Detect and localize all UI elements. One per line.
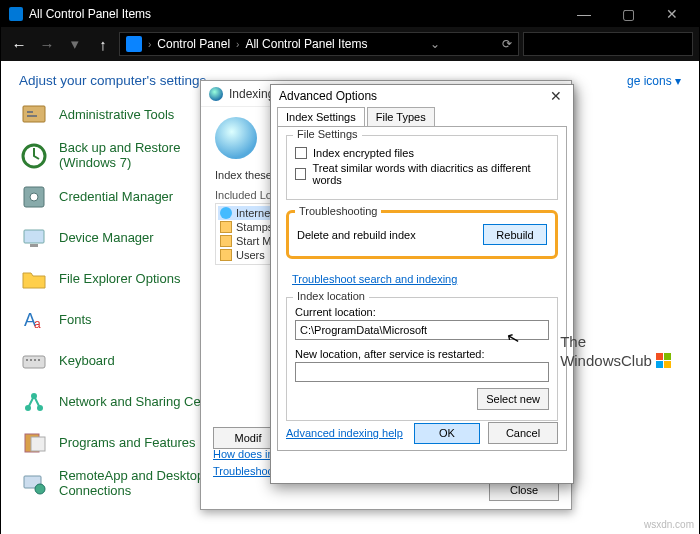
minimize-button[interactable]: ― [565,1,603,27]
troubleshoot-search-indexing-link[interactable]: Troubleshoot search and indexing [292,273,457,285]
file-settings-legend: File Settings [293,128,362,140]
tab-file-types[interactable]: File Types [367,107,435,126]
checkbox-icon [295,168,306,180]
fonts-icon: Aa [19,305,49,335]
current-location-field[interactable] [295,320,549,340]
history-dropdown[interactable]: ▾ [63,32,87,56]
refresh-icon[interactable]: ⟳ [502,37,512,51]
view-by-dropdown[interactable]: ge icons ▾ [627,74,681,88]
cp-item-programs-features[interactable]: Programs and Features [19,426,229,460]
dialog-close-icon[interactable]: ✕ [547,88,565,104]
breadcrumb-item[interactable]: All Control Panel Items [245,37,367,51]
svg-rect-7 [30,244,38,247]
svg-rect-10 [23,356,45,368]
tools-icon [19,100,49,130]
backup-icon [19,141,49,171]
up-button[interactable]: ↑ [91,32,115,56]
advanced-options-dialog: Advanced Options ✕ Index Settings File T… [270,84,574,484]
select-new-button[interactable]: Select new [477,388,549,410]
rebuild-button[interactable]: Rebuild [483,224,547,245]
window-title: All Control Panel Items [29,7,151,21]
tab-strip: Index Settings File Types [271,107,573,126]
breadcrumb-root-icon [126,36,142,52]
back-button[interactable]: ← [7,32,31,56]
search-input[interactable] [523,32,693,56]
maximize-button[interactable]: ▢ [609,1,647,27]
svg-rect-13 [34,359,36,361]
cp-item-file-explorer-options[interactable]: File Explorer Options [19,262,229,296]
network-icon [19,387,49,417]
address-dropdown-icon[interactable]: ⌄ [430,37,440,51]
control-panel-icon [9,7,23,21]
svg-point-21 [35,484,45,494]
remoteapp-icon [19,469,49,499]
new-location-label: New location, after service is restarted… [295,348,549,360]
advanced-indexing-help-link[interactable]: Advanced indexing help [286,427,403,439]
cp-item-remoteapp[interactable]: RemoteApp and Desktop Connections [19,467,229,501]
cancel-button[interactable]: Cancel [488,422,558,444]
checkbox-icon [295,147,307,159]
cp-item-fonts[interactable]: Aa Fonts [19,303,229,337]
breadcrumb[interactable]: › Control Panel › All Control Panel Item… [119,32,519,56]
device-icon [19,223,49,253]
vault-icon [19,182,49,212]
programs-icon [19,428,49,458]
svg-text:a: a [34,317,41,331]
magnifier-icon [215,117,257,159]
cp-item-backup-restore[interactable]: Back up and Restore (Windows 7) [19,139,229,173]
cp-item-network-sharing[interactable]: Network and Sharing Centre [19,385,229,419]
dialog-title-bar: Advanced Options ✕ [271,85,573,107]
indexing-icon [209,87,223,101]
svg-rect-0 [23,106,45,122]
tab-index-settings[interactable]: Index Settings [277,107,365,126]
new-location-field[interactable] [295,362,549,382]
forward-button[interactable]: → [35,32,59,56]
svg-rect-11 [26,359,28,361]
close-button[interactable]: ✕ [653,1,691,27]
breadcrumb-sep-icon: › [236,39,239,50]
svg-rect-1 [27,111,33,113]
folder-options-icon [19,264,49,294]
breadcrumb-item[interactable]: Control Panel [157,37,230,51]
delete-rebuild-text: Delete and rebuild index [297,229,416,241]
svg-rect-12 [30,359,32,361]
windows-logo-icon [656,353,672,369]
file-settings-group: File Settings Index encrypted files Trea… [286,135,558,200]
thewindowsclub-watermark: The WindowsClub [560,334,672,369]
keyboard-icon [19,346,49,376]
cp-item-administrative-tools[interactable]: Administrative Tools [19,98,229,132]
index-location-group: Index location Current location: New loc… [286,297,558,421]
title-bar: All Control Panel Items ― ▢ ✕ [1,1,699,27]
breadcrumb-sep-icon: › [148,39,151,50]
svg-point-5 [30,193,38,201]
diacritics-checkbox[interactable]: Treat similar words with diacritics as d… [295,162,549,186]
control-panel-item-list: Administrative Tools Back up and Restore… [19,98,229,501]
cp-item-credential-manager[interactable]: Credential Manager [19,180,229,214]
svg-rect-19 [31,437,45,451]
tab-page: File Settings Index encrypted files Trea… [277,126,567,451]
index-location-legend: Index location [293,290,369,302]
troubleshooting-legend: Troubleshooting [295,205,381,217]
index-encrypted-checkbox[interactable]: Index encrypted files [295,147,549,159]
page-title: Adjust your computer's settings [19,73,206,88]
site-watermark: wsxdn.com [644,519,694,530]
ok-button[interactable]: OK [414,423,480,444]
nav-bar: ← → ▾ ↑ › Control Panel › All Control Pa… [1,27,699,61]
svg-rect-2 [27,115,37,117]
svg-rect-14 [38,359,40,361]
cp-item-device-manager[interactable]: Device Manager [19,221,229,255]
current-location-label: Current location: [295,306,549,318]
advanced-dialog-title: Advanced Options [279,89,377,103]
svg-rect-6 [24,230,44,243]
troubleshooting-group: Troubleshooting Delete and rebuild index… [286,210,558,259]
cp-item-keyboard[interactable]: Keyboard [19,344,229,378]
